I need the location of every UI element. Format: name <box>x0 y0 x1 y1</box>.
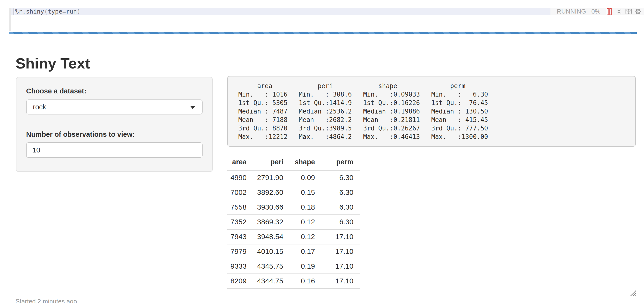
data-table: areaperishapeperm 49902791.900.096.30700… <box>227 156 360 289</box>
notebook-paragraph: %r.shiny(type=run) RUNNING 0% <box>0 0 644 303</box>
cell-peri: 4345.75 <box>246 259 283 274</box>
cell-shape: 0.12 <box>283 229 315 244</box>
cell-peri: 2791.90 <box>246 170 283 185</box>
page-title: Shiny Text <box>16 55 90 72</box>
table-row: 49902791.900.096.30 <box>227 170 360 185</box>
paragraph-status-bar: RUNNING 0% <box>550 8 644 15</box>
cell-area: 8209 <box>227 274 246 288</box>
sidebar-panel: Choose a dataset: rock Number of observa… <box>16 77 213 172</box>
table-row: 79794010.150.1717.10 <box>227 244 360 259</box>
cell-perm: 17.10 <box>315 274 360 288</box>
table-row: 70023892.600.156.30 <box>227 185 360 200</box>
column-header-peri: peri <box>246 156 283 170</box>
dataset-select[interactable]: rock <box>26 100 202 115</box>
cell-area: 7352 <box>227 215 246 229</box>
cell-shape: 0.12 <box>283 215 315 229</box>
cell-shape: 0.15 <box>283 185 315 200</box>
cell-area: 7002 <box>227 185 246 200</box>
open-book-icon[interactable] <box>626 9 632 14</box>
cell-area: 7558 <box>227 200 246 215</box>
cell-shape: 0.17 <box>283 244 315 259</box>
cell-perm: 6.30 <box>315 185 360 200</box>
cell-shape: 0.09 <box>283 170 315 185</box>
code-editor-line[interactable]: %r.shiny(type=run) <box>11 8 550 15</box>
table-header-row: areaperishapeperm <box>227 156 360 170</box>
cell-perm: 17.10 <box>315 259 360 274</box>
resize-grip-icon[interactable] <box>630 289 636 296</box>
code-text: %r.shiny(type=run) <box>15 8 80 15</box>
cell-peri: 3948.54 <box>246 229 283 244</box>
cell-shape: 0.18 <box>283 200 315 215</box>
cell-peri: 3869.32 <box>246 215 283 229</box>
summary-output: area peri shape perm Min. : 1016 Min. : … <box>227 76 636 147</box>
pause-icon[interactable] <box>607 8 612 15</box>
cell-area: 9333 <box>227 259 246 274</box>
cell-area: 7979 <box>227 244 246 259</box>
cell-perm: 6.30 <box>315 215 360 229</box>
cell-area: 4990 <box>227 170 246 185</box>
cell-perm: 17.10 <box>315 244 360 259</box>
cell-shape: 0.19 <box>283 259 315 274</box>
cell-perm: 6.30 <box>315 200 360 215</box>
cell-area: 7943 <box>227 229 246 244</box>
cell-perm: 17.10 <box>315 229 360 244</box>
table-row: 93334345.750.1917.10 <box>227 259 360 274</box>
cell-shape: 0.16 <box>283 274 315 288</box>
table-row: 79433948.540.1217.10 <box>227 229 360 244</box>
cell-peri: 4010.15 <box>246 244 283 259</box>
editor-gutter <box>9 8 11 31</box>
dataset-select-value: rock <box>33 103 46 111</box>
table-row: 73523869.320.126.30 <box>227 215 360 229</box>
status-label: RUNNING <box>557 8 586 15</box>
text-cursor <box>14 9 14 15</box>
table-row: 75583930.660.186.30 <box>227 200 360 215</box>
chevron-down-icon <box>190 106 195 109</box>
gear-icon[interactable] <box>635 8 641 15</box>
cell-perm: 6.30 <box>315 170 360 185</box>
observations-label: Number of observations to view: <box>26 130 202 138</box>
column-header-shape: shape <box>283 156 315 170</box>
cell-peri: 3930.66 <box>246 200 283 215</box>
cell-peri: 3892.60 <box>246 185 283 200</box>
column-header-area: area <box>227 156 246 170</box>
table-row: 82094344.750.1617.10 <box>227 274 360 288</box>
progress-bar <box>9 32 637 34</box>
compress-icon[interactable] <box>616 9 622 14</box>
started-ago-label: Started 2 minutes ago <box>16 298 77 303</box>
table-body: 49902791.900.096.3070023892.600.156.3075… <box>227 170 360 289</box>
cell-peri: 4344.75 <box>246 274 283 288</box>
column-header-perm: perm <box>315 156 360 170</box>
observations-input[interactable] <box>26 142 202 158</box>
dataset-label: Choose a dataset: <box>26 87 202 95</box>
progress-percent-label: 0% <box>591 8 600 15</box>
